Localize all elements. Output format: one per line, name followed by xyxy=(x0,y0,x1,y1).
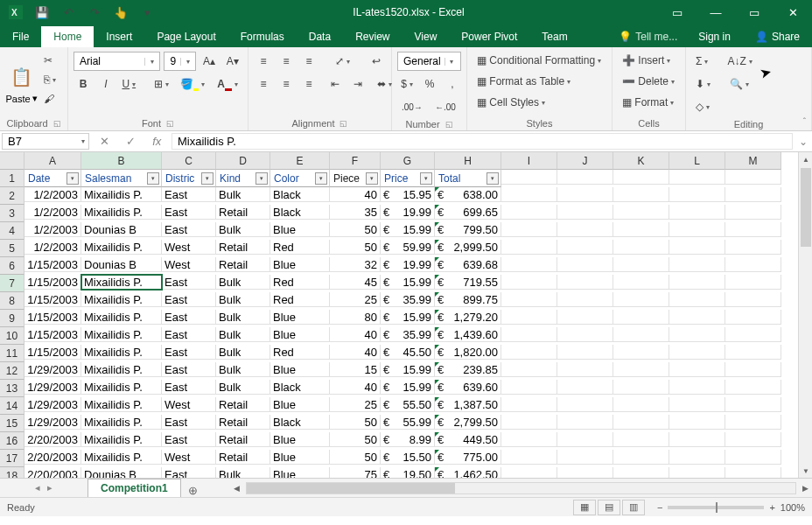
cell-date[interactable]: 2/20/2003 xyxy=(24,432,81,447)
empty-cell[interactable] xyxy=(669,170,725,185)
cell-salesman[interactable]: Mixailidis P. xyxy=(81,275,162,290)
cell-color[interactable]: Red xyxy=(270,345,330,360)
empty-cell[interactable] xyxy=(501,362,557,377)
empty-cell[interactable] xyxy=(557,310,613,325)
empty-cell[interactable] xyxy=(613,240,669,255)
increase-indent-button[interactable]: ⇥ xyxy=(348,74,368,94)
underline-button[interactable]: U▾ xyxy=(119,74,139,94)
cell-total[interactable]: 449.50 xyxy=(435,432,501,447)
percent-format-button[interactable]: % xyxy=(420,74,439,94)
empty-cell[interactable] xyxy=(613,467,669,478)
empty-cell[interactable] xyxy=(501,415,557,430)
empty-cell[interactable] xyxy=(501,467,557,478)
empty-cell[interactable] xyxy=(669,187,725,202)
cell-color[interactable]: Blue xyxy=(270,432,330,447)
cell-pieces[interactable]: 40 xyxy=(330,380,381,395)
cell-salesman[interactable]: Mixailidis P. xyxy=(81,187,162,202)
empty-cell[interactable] xyxy=(613,362,669,377)
empty-cell[interactable] xyxy=(725,327,781,342)
empty-cell[interactable] xyxy=(557,327,613,342)
empty-cell[interactable] xyxy=(669,450,725,465)
empty-cell[interactable] xyxy=(613,380,669,395)
scroll-right-icon[interactable]: ▶ xyxy=(798,481,812,495)
empty-cell[interactable] xyxy=(613,292,669,307)
cell-kind[interactable]: Retail xyxy=(216,432,270,447)
cell-color[interactable]: Red xyxy=(270,275,330,290)
empty-cell[interactable] xyxy=(557,415,613,430)
column-header[interactable]: B xyxy=(81,152,162,170)
cell-total[interactable]: 639.68 xyxy=(435,257,501,272)
empty-cell[interactable] xyxy=(557,292,613,307)
cell-date[interactable]: 1/29/2003 xyxy=(24,415,81,430)
name-box[interactable]: B7▾ xyxy=(2,133,89,150)
row-header[interactable]: 16 xyxy=(0,432,24,450)
column-header[interactable]: C xyxy=(162,152,216,170)
empty-cell[interactable] xyxy=(557,432,613,447)
row-header[interactable]: 6 xyxy=(0,257,24,275)
cell-district[interactable]: East xyxy=(162,415,216,430)
cell-price[interactable]: 19.99 xyxy=(381,257,435,272)
empty-cell[interactable] xyxy=(669,310,725,325)
empty-cell[interactable] xyxy=(501,397,557,412)
qat-save-icon[interactable]: 💾 xyxy=(30,2,54,23)
empty-cell[interactable] xyxy=(501,257,557,272)
cell-total[interactable]: 1,439.60 xyxy=(435,327,501,342)
cell-price[interactable]: 45.50 xyxy=(381,345,435,360)
italic-button[interactable]: I xyxy=(96,74,116,94)
cell-kind[interactable]: Bulk xyxy=(216,362,270,377)
filter-header-salesman[interactable]: Salesman▾ xyxy=(81,170,162,187)
cell-price[interactable]: 55.99 xyxy=(381,415,435,430)
row-header[interactable]: 9 xyxy=(0,310,24,327)
cell-salesman[interactable]: Mixailidis P. xyxy=(81,380,162,395)
cell-district[interactable]: East xyxy=(162,187,216,202)
empty-cell[interactable] xyxy=(501,450,557,465)
empty-cell[interactable] xyxy=(613,205,669,220)
empty-cell[interactable] xyxy=(669,292,725,307)
cell-district[interactable]: West xyxy=(162,240,216,255)
empty-cell[interactable] xyxy=(557,275,613,290)
clipboard-dialog-icon[interactable]: ◱ xyxy=(53,119,61,128)
empty-cell[interactable] xyxy=(725,187,781,202)
cell-date[interactable]: 1/15/2003 xyxy=(24,257,81,272)
scrollbar-thumb[interactable] xyxy=(801,168,811,247)
cell-kind[interactable]: Bulk xyxy=(216,222,270,237)
clear-button[interactable]: ◇▾ xyxy=(691,97,714,116)
empty-cell[interactable] xyxy=(725,205,781,220)
tab-data[interactable]: Data xyxy=(297,26,343,47)
empty-cell[interactable] xyxy=(669,275,725,290)
empty-cell[interactable] xyxy=(669,397,725,412)
empty-cell[interactable] xyxy=(613,432,669,447)
cell-color[interactable]: Red xyxy=(270,292,330,307)
row-header[interactable]: 17 xyxy=(0,450,24,467)
empty-cell[interactable] xyxy=(725,257,781,272)
cell-total[interactable]: 799.50 xyxy=(435,222,501,237)
cell-color[interactable]: Red xyxy=(270,240,330,255)
cell-price[interactable]: 19.99 xyxy=(381,205,435,220)
normal-view-icon[interactable]: ▦ xyxy=(573,500,596,515)
column-header[interactable]: E xyxy=(270,152,330,170)
tab-formulas[interactable]: Formulas xyxy=(228,26,297,47)
cell-kind[interactable]: Retail xyxy=(216,397,270,412)
cell-kind[interactable]: Bulk xyxy=(216,187,270,202)
share-button[interactable]: 👤Share xyxy=(743,26,812,47)
empty-cell[interactable] xyxy=(725,292,781,307)
row-header[interactable]: 8 xyxy=(0,292,24,310)
cell-salesman[interactable]: Dounias B xyxy=(81,222,162,237)
cell-district[interactable]: East xyxy=(162,205,216,220)
qat-redo-icon[interactable]: ↷ xyxy=(82,2,107,23)
row-header[interactable]: 1 xyxy=(0,170,24,187)
sort-filter-button[interactable]: A↓Z▾ xyxy=(723,52,756,71)
bold-button[interactable]: B xyxy=(74,74,93,94)
cell-district[interactable]: East xyxy=(162,327,216,342)
cell-total[interactable]: 719.55 xyxy=(435,275,501,290)
empty-cell[interactable] xyxy=(501,292,557,307)
empty-cell[interactable] xyxy=(501,310,557,325)
cell-district[interactable]: East xyxy=(162,222,216,237)
cell-color[interactable]: Black xyxy=(270,205,330,220)
row-header[interactable]: 15 xyxy=(0,415,24,432)
empty-cell[interactable] xyxy=(613,222,669,237)
cell-salesman[interactable]: Mixailidis P. xyxy=(81,345,162,360)
cell-pieces[interactable]: 40 xyxy=(330,187,381,202)
cell-date[interactable]: 2/20/2003 xyxy=(24,467,81,478)
cell-kind[interactable]: Bulk xyxy=(216,380,270,395)
